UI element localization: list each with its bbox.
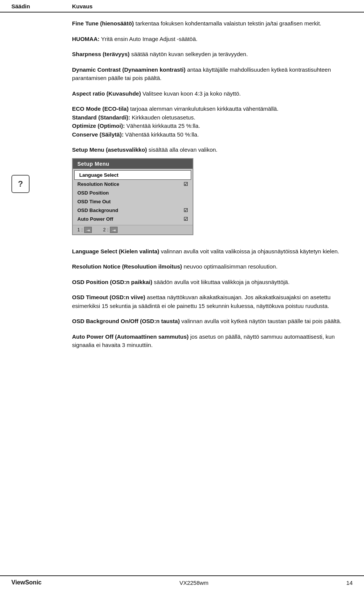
osd-background-desc: OSD Background On/Off (OSD:n tausta) val… xyxy=(72,317,353,326)
footer-arrow-left: ⇥ xyxy=(84,227,92,233)
menu-item-label-3: OSD Time Out xyxy=(77,199,111,204)
eco-standard-rest: Kirkkauden oletusasetus. xyxy=(130,114,195,121)
setup-menu-box: Setup Menu Language Select Resolution No… xyxy=(72,158,193,235)
osd-background-rest: valinnan avulla voit kytkeä näytön taust… xyxy=(180,318,341,324)
aspect-ratio-section: Aspect ratio (Kuvasuhde) Valitsee kuvan … xyxy=(72,90,353,98)
page-number: 14 xyxy=(346,580,353,586)
footer-num-2: 2 xyxy=(103,227,106,232)
auto-power-off-text: Auto Power Off (Automaattinen sammutus) … xyxy=(72,333,353,350)
dynamic-contrast-text: Dynamic Contrast (Dynaaminen kontrasti) … xyxy=(72,66,353,83)
language-select-bold: Language Select (Kielen valinta) xyxy=(72,248,159,254)
osd-position-rest: säädön avulla voit liikuttaa valikkoja j… xyxy=(152,279,290,285)
aspect-ratio-text: Aspect ratio (Kuvasuhde) Valitsee kuvan … xyxy=(72,90,353,98)
page-container: Säädin Kuvaus ? Fine Tune (hienosäätö) t… xyxy=(0,0,364,589)
osd-position-bold: OSD Position (OSD:n paikkai) xyxy=(72,279,152,285)
menu-item-osd-position: OSD Position xyxy=(73,188,193,197)
eco-mode-text: ECO Mode (ECO-tila) tarjoaa alemman virr… xyxy=(72,105,353,113)
main-content: ? Fine Tune (hienosäätö) tarkentaa fokuk… xyxy=(0,13,364,575)
fine-tune-rest: tarkentaa fokuksen kohdentamalla valaist… xyxy=(134,20,321,27)
setup-menu-image: Setup Menu Language Select Resolution No… xyxy=(72,158,193,235)
footer-arrow-right: ⇥ xyxy=(110,227,118,233)
osd-background-bold: OSD Background On/Off (OSD:n tausta) xyxy=(72,318,180,324)
header-row: Säädin Kuvaus xyxy=(0,0,364,13)
osd-timeout-desc: OSD Timeout (OSD:n viive) asettaa näyttö… xyxy=(72,293,353,310)
footer-item-2: 2 : ⇥ xyxy=(103,227,118,233)
dynamic-contrast-bold: Dynamic Contrast (Dynaaminen kontrasti) xyxy=(72,66,185,73)
eco-standard-text: Standard (Standardi): Kirkkauden oletusa… xyxy=(72,113,353,122)
page-footer: ViewSonic VX2258wm 14 xyxy=(0,575,364,589)
eco-mode-rest: tarjoaa alemman virrankulutuksen kirkkau… xyxy=(129,105,278,112)
resolution-notice-bold: Resolution Notice (Resoluution ilmoitus) xyxy=(72,263,182,270)
eco-conserve-bold: Conserve (Säilytä): xyxy=(72,131,124,138)
footer-colon-2: : xyxy=(107,227,108,232)
menu-item-osd-timeout: OSD Time Out xyxy=(73,197,193,206)
menu-item-label-0: Language Select xyxy=(79,172,118,178)
eco-optimize-rest: Vähentää kirkkautta 25 %:lla. xyxy=(125,123,200,129)
question-mark-box: ? xyxy=(11,175,30,193)
menu-item-resolution-notice: Resolution Notice ☑ xyxy=(73,180,193,188)
menu-item-label-5: Auto Power Off xyxy=(77,216,113,222)
sharpness-bold: Sharpness (terävyys) xyxy=(72,51,130,57)
footer-item-1: 1 : ⇥ xyxy=(77,227,92,233)
setup-menu-title: Setup Menu xyxy=(73,159,193,169)
osd-position-text: OSD Position (OSD:n paikkai) säädön avul… xyxy=(72,278,353,287)
menu-item-label-1: Resolution Notice xyxy=(77,181,119,187)
menu-item-auto-power-off: Auto Power Off ☑ xyxy=(73,215,193,223)
auto-power-off-desc: Auto Power Off (Automaattinen sammutus) … xyxy=(72,333,353,350)
eco-mode-bold: ECO Mode (ECO-tila) xyxy=(72,105,129,112)
header-col1: Säädin xyxy=(11,3,72,9)
huomaa-section: HUOMAA: Yritä ensin Auto Image Adjust -s… xyxy=(72,35,353,44)
eco-mode-section: ECO Mode (ECO-tila) tarjoaa alemman virr… xyxy=(72,105,353,139)
language-select-desc: Language Select (Kielen valinta) valinna… xyxy=(72,247,353,256)
menu-item-label-4: OSD Background xyxy=(77,207,118,213)
osd-background-check-icon: ☑ xyxy=(184,207,188,213)
model-name: VX2258wm xyxy=(179,580,209,586)
resolution-check-icon: ☑ xyxy=(184,181,188,187)
footer-colon-1: : xyxy=(82,227,83,232)
osd-background-text: OSD Background On/Off (OSD:n tausta) val… xyxy=(72,317,353,326)
sharpness-text: Sharpness (terävyys) säätää näytön kuvan… xyxy=(72,50,353,59)
aspect-ratio-bold: Aspect ratio (Kuvasuhde) xyxy=(72,90,141,97)
fine-tune-bold: Fine Tune (hienosäätö) xyxy=(72,20,134,27)
left-column: ? xyxy=(11,13,72,575)
huomaa-bold: HUOMAA: xyxy=(72,36,100,42)
setup-menu-items: Language Select Resolution Notice ☑ OSD … xyxy=(73,169,193,225)
resolution-notice-rest: neuvoo optimaalisimman resoluution. xyxy=(182,263,278,270)
setup-menu-intro: Setup Menu (asetusvalikko) sisältää alla… xyxy=(72,146,353,154)
osd-position-desc: OSD Position (OSD:n paikkai) säädön avul… xyxy=(72,278,353,287)
right-column: Fine Tune (hienosäätö) tarkentaa fokukse… xyxy=(72,13,353,575)
language-select-rest: valinnan avulla voit valita valikoissa j… xyxy=(159,248,339,254)
aspect-ratio-rest: Valitsee kuvan koon 4:3 ja koko näyttö. xyxy=(141,90,241,97)
setup-menu-intro-bold: Setup Menu (asetusvalikko) xyxy=(72,146,147,153)
sharpness-section: Sharpness (terävyys) säätää näytön kuvan… xyxy=(72,50,353,59)
menu-footer: 1 : ⇥ 2 : ⇥ xyxy=(73,225,193,234)
setup-menu-intro-rest: sisältää alla olevan valikon. xyxy=(147,146,218,153)
language-select-text: Language Select (Kielen valinta) valinna… xyxy=(72,247,353,256)
huomaa-rest: Yritä ensin Auto Image Adjust -säätöä. xyxy=(100,36,198,42)
auto-power-off-bold: Auto Power Off (Automaattinen sammutus) xyxy=(72,333,189,340)
menu-item-language-select: Language Select xyxy=(74,170,191,180)
resolution-notice-text: Resolution Notice (Resoluution ilmoitus)… xyxy=(72,262,353,271)
menu-item-osd-background: OSD Background ☑ xyxy=(73,206,193,215)
resolution-notice-desc: Resolution Notice (Resoluution ilmoitus)… xyxy=(72,262,353,271)
eco-conserve-text: Conserve (Säilytä): Vähentää kirkkautta … xyxy=(72,130,353,139)
osd-timeout-text: OSD Timeout (OSD:n viive) asettaa näyttö… xyxy=(72,293,353,310)
footer-num-1: 1 xyxy=(77,227,80,232)
eco-optimize-text: Optimize (Optimoi): Vähentää kirkkautta … xyxy=(72,122,353,130)
brand-name: ViewSonic xyxy=(11,579,42,586)
auto-power-off-check-icon: ☑ xyxy=(184,216,188,222)
setup-menu-section: Setup Menu (asetusvalikko) sisältää alla… xyxy=(72,146,353,240)
eco-conserve-rest: Vähentää kirkkautta 50 %:lla. xyxy=(124,131,199,138)
osd-timeout-bold: OSD Timeout (OSD:n viive) xyxy=(72,294,145,300)
header-col2: Kuvaus xyxy=(72,3,353,9)
dynamic-contrast-section: Dynamic Contrast (Dynaaminen kontrasti) … xyxy=(72,66,353,83)
sharpness-rest: säätää näytön kuvan selkeyden ja terävyy… xyxy=(130,51,248,57)
huomaa-text: HUOMAA: Yritä ensin Auto Image Adjust -s… xyxy=(72,35,353,44)
eco-standard-bold: Standard (Standardi): xyxy=(72,114,130,121)
menu-item-label-2: OSD Position xyxy=(77,190,109,196)
fine-tune-section: Fine Tune (hienosäätö) tarkentaa fokukse… xyxy=(72,19,353,28)
fine-tune-text: Fine Tune (hienosäätö) tarkentaa fokukse… xyxy=(72,19,353,28)
eco-optimize-bold: Optimize (Optimoi): xyxy=(72,123,125,129)
